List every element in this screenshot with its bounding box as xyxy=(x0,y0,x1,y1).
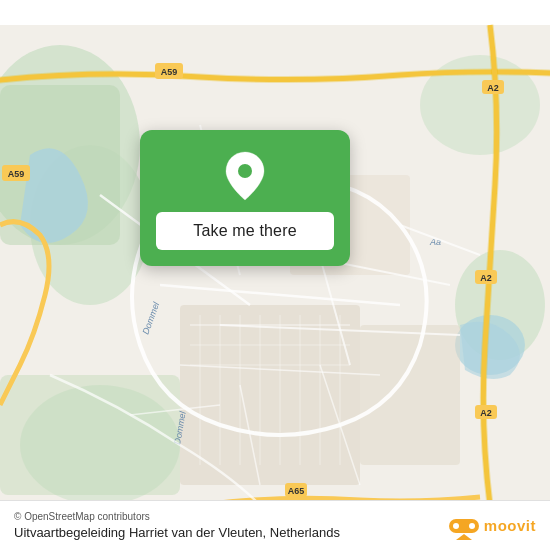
map-container: A59 A2 A2 A2 A59 A65 Dommel Dommel Aa xyxy=(0,0,550,550)
moovit-icon xyxy=(448,512,480,540)
svg-text:A65: A65 xyxy=(288,486,305,496)
info-bar: © OpenStreetMap contributors Uitvaartbeg… xyxy=(0,500,550,550)
location-pin-icon xyxy=(223,150,267,202)
location-name: Uitvaartbegeleiding Harriet van der Vleu… xyxy=(14,525,340,540)
svg-text:A59: A59 xyxy=(161,67,178,77)
map-background: A59 A2 A2 A2 A59 A65 Dommel Dommel Aa xyxy=(0,0,550,550)
svg-marker-53 xyxy=(456,534,472,540)
location-card: Take me there xyxy=(140,130,350,266)
svg-text:A2: A2 xyxy=(480,273,492,283)
svg-point-54 xyxy=(453,523,459,529)
svg-point-49 xyxy=(238,164,252,178)
svg-rect-11 xyxy=(360,325,460,465)
svg-point-55 xyxy=(469,523,475,529)
location-name-text: Uitvaartbegeleiding Harriet van der Vleu… xyxy=(14,525,266,540)
svg-text:A2: A2 xyxy=(480,408,492,418)
location-country-text: Netherlands xyxy=(270,525,340,540)
svg-text:A59: A59 xyxy=(8,169,25,179)
svg-text:A2: A2 xyxy=(487,83,499,93)
svg-rect-9 xyxy=(180,305,360,485)
take-me-there-button[interactable]: Take me there xyxy=(156,212,334,250)
osm-attribution: © OpenStreetMap contributors xyxy=(14,511,340,522)
moovit-brand-text: moovit xyxy=(484,517,536,534)
info-left: © OpenStreetMap contributors Uitvaartbeg… xyxy=(14,511,340,540)
moovit-logo: moovit xyxy=(448,512,536,540)
